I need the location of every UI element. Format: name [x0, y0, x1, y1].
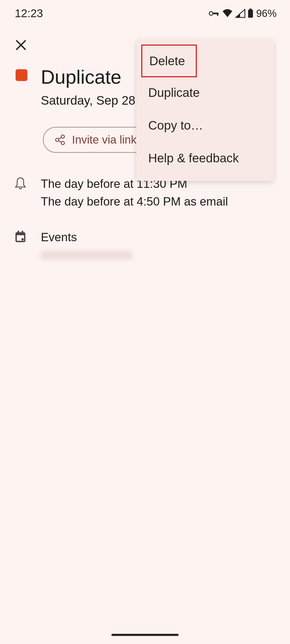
svg-point-6	[56, 138, 59, 141]
svg-point-0	[209, 12, 213, 15]
signal-icon	[235, 9, 245, 18]
invite-label: Invite via link	[72, 133, 136, 146]
close-button[interactable]	[13, 38, 28, 53]
status-time: 12:23	[15, 7, 43, 20]
menu-item-duplicate[interactable]: Duplicate	[136, 76, 274, 109]
calendar-name: Events	[41, 229, 279, 246]
nav-handle[interactable]	[111, 634, 179, 636]
battery-icon	[248, 9, 253, 18]
svg-point-14	[21, 238, 24, 240]
svg-rect-4	[249, 9, 252, 10]
calendar-icon	[15, 229, 26, 260]
invite-via-link-button[interactable]: Invite via link	[43, 127, 150, 153]
status-icons: 96%	[209, 8, 277, 19]
vpn-key-icon	[209, 10, 220, 17]
menu-item-help-feedback[interactable]: Help & feedback	[136, 142, 274, 174]
event-color-indicator	[16, 69, 27, 81]
svg-line-9	[59, 141, 61, 142]
menu-item-delete[interactable]: Delete	[141, 45, 197, 77]
close-icon	[15, 39, 27, 51]
overflow-menu: Delete Duplicate Copy to… Help & feedbac…	[136, 39, 274, 181]
svg-rect-12	[18, 231, 19, 233]
svg-rect-3	[248, 10, 253, 18]
svg-point-5	[61, 135, 64, 138]
status-bar: 12:23 96%	[0, 0, 290, 24]
menu-item-copy-to[interactable]: Copy to…	[136, 109, 274, 142]
calendar-account-redacted	[41, 251, 132, 260]
battery-percentage: 96%	[256, 8, 277, 19]
share-icon	[55, 134, 66, 145]
notification-line-2: The day before at 4:50 PM as email	[41, 193, 279, 210]
svg-line-8	[59, 137, 61, 139]
bell-icon	[15, 175, 26, 211]
svg-rect-13	[22, 231, 23, 233]
wifi-icon	[222, 9, 233, 18]
svg-point-7	[61, 141, 64, 145]
calendar-content: Events	[41, 229, 279, 260]
calendar-row[interactable]: Events	[0, 219, 290, 269]
svg-rect-2	[217, 13, 218, 16]
